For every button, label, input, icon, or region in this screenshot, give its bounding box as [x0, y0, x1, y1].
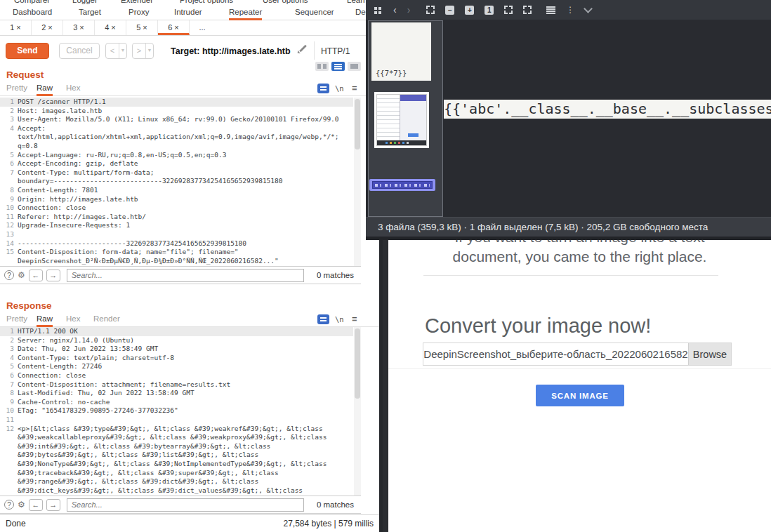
line-text: Content-Type: multipart/form-data;: [18, 168, 154, 178]
response-search-input[interactable]: [67, 498, 304, 512]
gear-icon[interactable]: ⚙: [18, 270, 25, 280]
menu-tab-dashboard[interactable]: Dashboard: [13, 8, 52, 18]
cancel-button[interactable]: Cancel: [59, 43, 100, 59]
screenshot-right-pane: [400, 95, 426, 145]
menu-tab-project-options[interactable]: Project options: [180, 0, 233, 4]
previous-request-button[interactable]: < ▼: [105, 43, 127, 59]
code-line: 5Content-Length: 27246: [0, 362, 353, 371]
menu-tab-target[interactable]: Target: [79, 8, 101, 18]
request-tab-raw[interactable]: Raw: [37, 84, 53, 96]
back-icon[interactable]: ‹: [393, 5, 397, 15]
http-version-selector[interactable]: HTTP/1: [321, 46, 350, 56]
request-scrollbar[interactable]: [354, 98, 361, 266]
code-line: 7Content-Type: multipart/form-data;: [0, 168, 353, 178]
line-text: DeepinScreenshot_Ð²Ñ‹Ð±ÐµÑ€Ð¸Ñ‚Ðµ-Ð¾Ð±Ð»…: [18, 257, 279, 266]
line-text: Content-Disposition: form-data; name="fi…: [18, 248, 239, 257]
fullscreen-icon[interactable]: [426, 6, 435, 14]
request-search-input[interactable]: [67, 269, 304, 282]
menu-tab-comparer[interactable]: Comparer: [14, 0, 50, 4]
menu-tab-repeater[interactable]: Repeater: [229, 8, 262, 20]
repeater-tab-more[interactable]: ...: [190, 20, 215, 35]
chevron-down-icon[interactable]: ▼: [145, 44, 153, 58]
menu-tab-intruder[interactable]: Intruder: [174, 8, 202, 18]
prev-match-icon[interactable]: ←: [29, 270, 43, 281]
file-input[interactable]: DeepinScreenshot_выберите-область_202206…: [423, 343, 688, 365]
chevron-down-icon[interactable]: ▼: [119, 44, 126, 58]
code-line: boundary=---------------------------3226…: [0, 177, 353, 186]
hamburger-menu-icon[interactable]: ≡: [352, 83, 357, 93]
scrollbar-thumb[interactable]: [355, 328, 360, 399]
list-view-icon[interactable]: [546, 6, 555, 14]
gear-icon[interactable]: ⚙: [18, 500, 25, 510]
line-number: 13: [0, 230, 18, 239]
request-editor[interactable]: 1POST /scanner HTTP/1.1 2Host: images.la…: [0, 98, 353, 266]
send-button[interactable]: Send: [6, 43, 49, 59]
menu-tab-sequencer[interactable]: Sequencer: [295, 8, 334, 18]
prev-match-icon[interactable]: ←: [29, 499, 43, 511]
request-search-bar: ? ⚙ ← → 0 matches: [0, 266, 361, 284]
selected-file-item[interactable]: [369, 179, 435, 191]
screenshot-file-thumbnail[interactable]: [374, 92, 429, 148]
zoom-in-icon[interactable]: +: [465, 6, 474, 15]
zoom-out-icon[interactable]: −: [445, 6, 454, 15]
request-tab-hex[interactable]: Hex: [66, 84, 80, 94]
repeater-tab-3[interactable]: 3 ×: [63, 20, 95, 35]
forward-icon[interactable]: ›: [407, 5, 411, 15]
code-line: 6Connection: close: [0, 371, 353, 380]
newline-toggle-icon[interactable]: \n: [335, 84, 344, 93]
layout-rows-icon[interactable]: [331, 62, 345, 71]
menu-tab-user-options[interactable]: User options: [263, 0, 308, 4]
line-text: Server: nginx/1.14.0 (Ubuntu): [18, 336, 134, 345]
menu-tab-logger[interactable]: Logger: [72, 0, 98, 4]
actual-size-icon[interactable]: 1: [485, 6, 494, 15]
repeater-tab-2[interactable]: 2 ×: [32, 20, 63, 35]
line-text: HTTP/1.1 200 OK: [18, 327, 78, 336]
repeater-tab-4[interactable]: 4 ×: [95, 20, 126, 35]
next-request-button[interactable]: > ▼: [132, 43, 154, 59]
repeater-tab-1[interactable]: 1 ×: [0, 20, 32, 35]
hamburger-menu-icon[interactable]: ≡: [352, 314, 357, 324]
request-match-count: 0 matches: [317, 271, 361, 279]
scan-image-button[interactable]: SCAN IMAGE: [536, 385, 624, 406]
chevron-down-icon[interactable]: [584, 4, 593, 13]
help-icon[interactable]: ?: [4, 500, 14, 510]
layout-columns-icon[interactable]: [315, 62, 329, 71]
burp-status-bar: Done 27,584 bytes | 579 millis: [0, 514, 379, 532]
response-editor[interactable]: 1HTTP/1.1 200 OK 2Server: nginx/1.14.0 (…: [0, 327, 353, 496]
menu-tab-extender[interactable]: Extender: [121, 0, 153, 4]
payload-file-thumbnail[interactable]: {{7*7}}${7*7}<%= 7*7 %>${{7*7}}: [371, 22, 431, 81]
scrollbar-thumb[interactable]: [355, 99, 360, 149]
line-number: 11: [0, 213, 18, 222]
menu-tab-learn[interactable]: Learn: [347, 0, 367, 4]
help-icon[interactable]: ?: [4, 270, 14, 280]
response-tab-hex[interactable]: Hex: [66, 314, 80, 325]
browse-button[interactable]: Browse: [688, 343, 731, 365]
repeater-tab-5[interactable]: 5 ×: [126, 20, 158, 35]
encoding-icon[interactable]: [317, 84, 329, 93]
repeater-tab-6[interactable]: 6 ×: [158, 20, 190, 35]
line-number: 5: [0, 362, 18, 371]
layout-single-icon[interactable]: [348, 62, 361, 71]
response-match-count: 0 matches: [317, 500, 361, 509]
grid-view-icon[interactable]: [374, 7, 377, 10]
encoding-icon[interactable]: [317, 314, 329, 324]
newline-toggle-icon[interactable]: \n: [335, 315, 344, 324]
request-tab-pretty[interactable]: Pretty: [6, 84, 27, 94]
response-tab-render[interactable]: Render: [93, 314, 120, 325]
menu-tab-proxy[interactable]: Proxy: [128, 8, 149, 18]
next-match-icon[interactable]: →: [46, 499, 60, 511]
response-tab-pretty[interactable]: Pretty: [6, 314, 27, 325]
line-number: [0, 177, 18, 186]
line-text: Last-Modified: Thu, 02 Jun 2022 13:58:49…: [18, 389, 195, 398]
request-view-tabs: Pretty Raw Hex \n ≡: [0, 82, 379, 96]
line-number: 6: [0, 371, 18, 380]
code-line: 12Upgrade-Insecure-Requests: 1: [0, 221, 353, 230]
response-scrollbar[interactable]: [354, 327, 361, 496]
fit-window-icon[interactable]: [523, 6, 532, 14]
line-number: 12: [0, 221, 18, 230]
kebab-menu-icon[interactable]: ⋮: [566, 5, 574, 15]
edit-target-pencil-icon[interactable]: [298, 44, 308, 54]
fit-width-icon[interactable]: [504, 6, 513, 14]
next-match-icon[interactable]: →: [46, 270, 60, 281]
response-tab-raw[interactable]: Raw: [37, 314, 53, 327]
